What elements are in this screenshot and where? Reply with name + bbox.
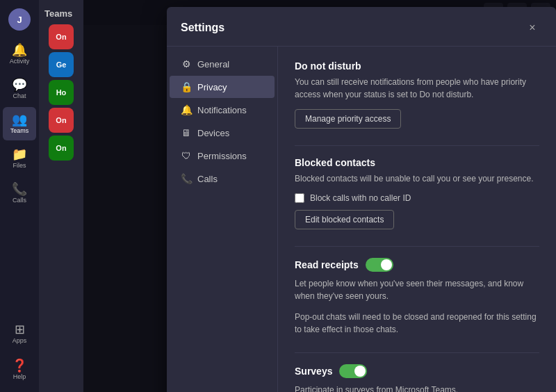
nav-item-apps[interactable]: ⊞ Apps [3, 317, 36, 350]
chat-icon: 💬 [12, 79, 27, 91]
settings-nav-devices[interactable]: 🖥 Devices [170, 122, 275, 144]
manage-priority-button[interactable]: Manage priority access [295, 109, 401, 129]
nav-item-chat[interactable]: 💬 Chat [3, 72, 36, 106]
files-icon: 📁 [12, 148, 27, 161]
settings-content: Do not disturb You can still receive not… [278, 47, 556, 392]
blocked-contacts-section: Blocked contacts Blocked contacts will b… [295, 157, 539, 229]
calls-nav-icon: 📞 [181, 173, 192, 184]
dialog-header: Settings × [167, 7, 556, 47]
block-no-caller-row: Block calls with no caller ID [295, 193, 539, 203]
overlay: Settings × ⚙ General 🔒 Privacy [83, 0, 556, 392]
nav-label-chat: Chat [13, 92, 26, 99]
read-receipts-section: Read receipts Let people know when you'v… [295, 258, 539, 336]
settings-nav-label-notifications: Notifications [197, 105, 247, 115]
nav-label-calls: Calls [13, 197, 26, 204]
settings-nav-label-permissions: Permissions [197, 151, 247, 161]
nav-label-teams: Teams [10, 127, 29, 134]
surveys-toggle[interactable] [339, 364, 367, 378]
settings-nav-privacy[interactable]: 🔒 Privacy [170, 76, 275, 98]
settings-dialog: Settings × ⚙ General 🔒 Privacy [167, 7, 556, 392]
section-divider-2 [295, 246, 539, 247]
team-item[interactable]: Ho [49, 80, 74, 105]
do-not-disturb-section: Do not disturb You can still receive not… [295, 60, 539, 129]
calls-icon: 📞 [12, 183, 27, 195]
surveys-toggle-thumb [354, 366, 366, 377]
devices-icon: 🖥 [181, 127, 192, 138]
surveys-section: Surveys Participate in surveys from Micr… [295, 364, 539, 392]
block-no-caller-checkbox[interactable] [295, 193, 304, 203]
dialog-close-button[interactable]: × [523, 18, 542, 38]
help-icon: ❓ [12, 359, 27, 372]
edit-blocked-contacts-button[interactable]: Edit blocked contacts [295, 210, 394, 229]
settings-nav: ⚙ General 🔒 Privacy 🔔 Notifications [167, 47, 278, 392]
teams-panel-label: Teams [39, 3, 83, 22]
section-divider-3 [295, 352, 539, 353]
general-icon: ⚙ [181, 58, 192, 70]
apps-icon: ⊞ [15, 323, 25, 336]
settings-nav-label-devices: Devices [197, 128, 229, 138]
left-nav: J 🔔 Activity 💬 Chat 👥 Teams 📁 Files 📞 Ca… [0, 0, 39, 392]
nav-label-activity: Activity [10, 58, 30, 65]
toggle-track [366, 258, 393, 272]
settings-nav-permissions[interactable]: 🛡 Permissions [170, 145, 275, 167]
read-receipts-desc2: Pop-out chats will need to be closed and… [295, 311, 539, 336]
notifications-icon: 🔔 [181, 104, 192, 115]
toggle-thumb [381, 259, 392, 270]
surveys-label: Surveys [295, 366, 332, 377]
surveys-desc: Participate in surveys from Microsoft Te… [295, 384, 539, 392]
surveys-toggle-row: Surveys [295, 364, 539, 378]
team-item[interactable]: On [49, 108, 74, 133]
team-item[interactable]: On [49, 136, 74, 161]
nav-item-teams[interactable]: 👥 Teams [3, 107, 36, 140]
settings-nav-notifications[interactable]: 🔔 Notifications [170, 99, 275, 121]
settings-nav-label-calls: Calls [197, 174, 218, 184]
permissions-icon: 🛡 [181, 150, 192, 161]
blocked-contacts-title: Blocked contacts [295, 157, 539, 168]
teams-panel: Teams On Ge Ho On On [39, 0, 83, 392]
settings-nav-label-privacy: Privacy [197, 82, 227, 92]
settings-nav-calls[interactable]: 📞 Calls [170, 168, 275, 190]
section-divider-1 [295, 145, 539, 146]
teams-icon: 👥 [12, 113, 27, 126]
activity-icon: 🔔 [12, 44, 27, 56]
nav-item-activity[interactable]: 🔔 Activity [3, 38, 36, 71]
nav-label-help: Help [13, 373, 26, 380]
read-receipts-desc1: Let people know when you've seen their m… [295, 277, 539, 302]
team-item[interactable]: On [49, 24, 74, 49]
do-not-disturb-desc: You can still receive notifications from… [295, 76, 539, 101]
nav-item-files[interactable]: 📁 Files [3, 142, 36, 175]
main-area: ─ □ ✕ Settings × ⚙ General [83, 0, 556, 392]
privacy-icon: 🔒 [181, 81, 192, 92]
nav-label-apps: Apps [13, 337, 27, 344]
nav-item-help[interactable]: ❓ Help [3, 353, 36, 386]
dialog-body: ⚙ General 🔒 Privacy 🔔 Notifications [167, 47, 556, 392]
settings-nav-label-general: General [197, 59, 229, 70]
read-receipts-label: Read receipts [295, 259, 359, 270]
nav-label-files: Files [13, 162, 26, 169]
surveys-toggle-track [339, 364, 367, 378]
nav-item-calls[interactable]: 📞 Calls [3, 177, 36, 210]
settings-nav-general[interactable]: ⚙ General [170, 53, 275, 75]
read-receipts-toggle-row: Read receipts [295, 258, 539, 272]
blocked-contacts-desc: Blocked contacts will be unable to call … [295, 172, 539, 185]
do-not-disturb-title: Do not disturb [295, 60, 539, 72]
nav-icon-avatar[interactable]: J [3, 3, 36, 36]
read-receipts-toggle[interactable] [366, 258, 393, 272]
dialog-title: Settings [181, 22, 224, 34]
team-item[interactable]: Ge [49, 52, 74, 77]
block-no-caller-label[interactable]: Block calls with no caller ID [310, 193, 411, 203]
